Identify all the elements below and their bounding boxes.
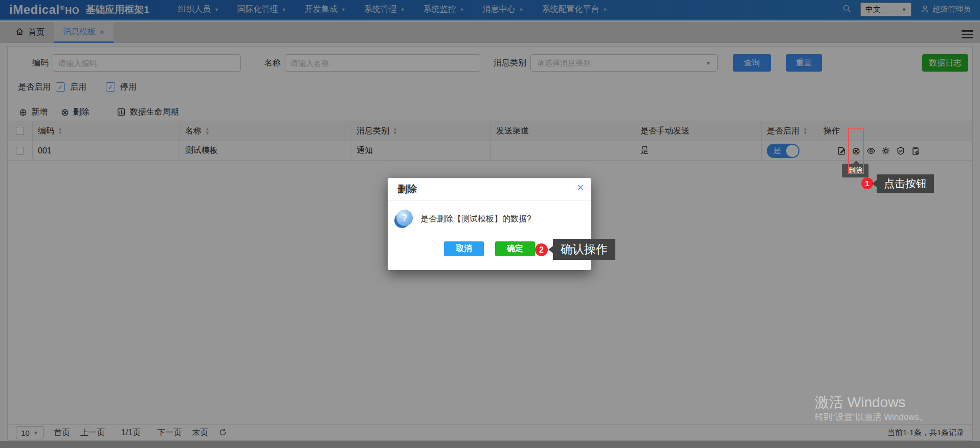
dialog-message: 是否删除【测试模板】的数据? (420, 214, 531, 225)
confirm-button[interactable]: 确定 (495, 241, 535, 256)
windows-activation-watermark: 激活 Windows (815, 393, 905, 412)
dialog-body: ? 是否删除【测试模板】的数据? (395, 210, 591, 228)
question-icon: ? (395, 210, 414, 228)
dialog-header: 删除 × (388, 178, 591, 200)
step-1-badge: 1 (861, 177, 873, 189)
step-2-callout: 确认操作 (553, 239, 615, 260)
dialog-title: 删除 (397, 183, 417, 196)
cancel-button[interactable]: 取消 (444, 241, 484, 256)
windows-activation-hint: 转到“设置”以激活 Windows。 (815, 411, 928, 423)
app-root: { "navbar": { "logo": "iMedical", "logo_… (0, 0, 980, 448)
highlight-rectangle (848, 128, 864, 174)
step-1-callout: 点击按钮 (877, 174, 934, 193)
step-2-badge: 2 (535, 243, 548, 256)
dialog-close-icon[interactable]: × (577, 182, 584, 193)
